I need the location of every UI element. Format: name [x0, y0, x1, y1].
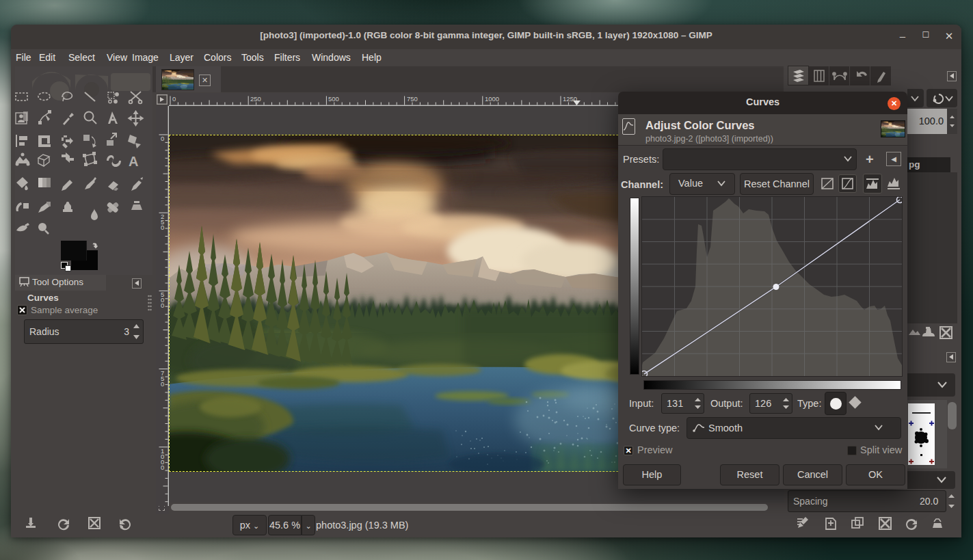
svg-text:500: 500	[328, 95, 339, 103]
svg-text:250: 250	[250, 95, 261, 103]
svg-text:750: 750	[407, 95, 418, 103]
svg-text:500: 500	[161, 291, 164, 309]
svg-text:1000: 1000	[485, 95, 499, 103]
svg-text:750: 750	[161, 369, 164, 388]
svg-text:0: 0	[161, 135, 164, 142]
svg-text:0: 0	[172, 95, 176, 103]
svg-text:1000: 1000	[161, 447, 164, 471]
svg-text:A: A	[129, 154, 138, 169]
svg-text:250: 250	[161, 213, 164, 231]
